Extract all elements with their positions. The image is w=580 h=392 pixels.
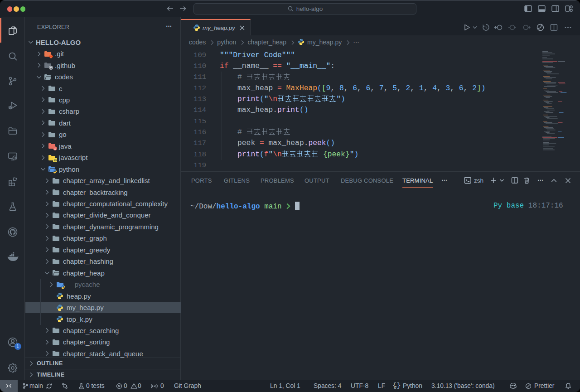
svg-text:JS: JS <box>53 159 57 162</box>
